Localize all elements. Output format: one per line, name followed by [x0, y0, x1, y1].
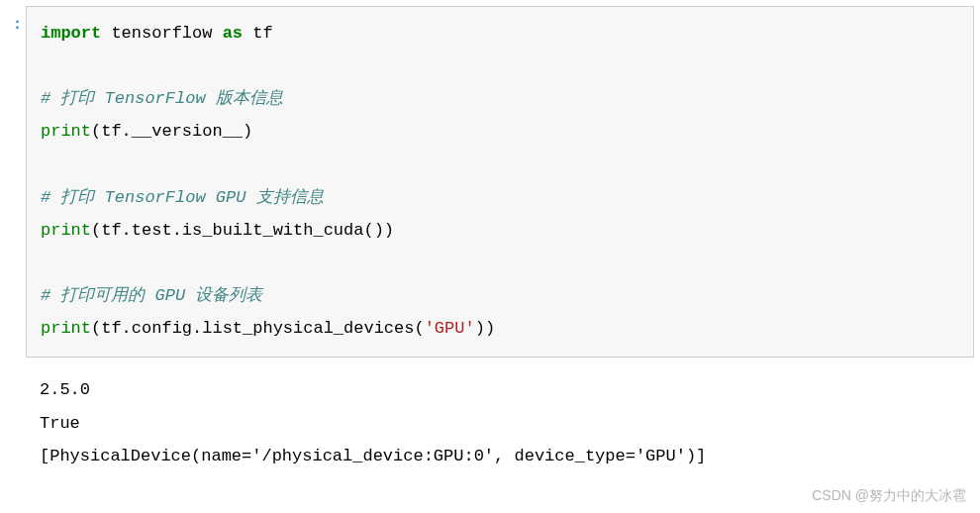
- alias-name: tf: [243, 24, 273, 43]
- output-prompt: [0, 369, 22, 475]
- cell-output: 2.5.0 True [PhysicalDevice(name='/physic…: [26, 369, 974, 475]
- output-line: True: [40, 414, 80, 433]
- output-line: 2.5.0: [40, 380, 90, 399]
- code-text: (tf.__version__): [91, 122, 252, 141]
- output-cell: 2.5.0 True [PhysicalDevice(name='/physic…: [0, 369, 980, 475]
- input-prompt: :: [0, 6, 22, 358]
- code-text: (tf.test.is_built_with_cuda()): [91, 221, 394, 240]
- code-text: (tf.config.list_physical_devices(: [91, 319, 425, 338]
- keyword-as: as: [223, 24, 243, 43]
- code-editor[interactable]: import tensorflow as tf # 打印 TensorFlow …: [26, 6, 974, 358]
- comment-line: # 打印 TensorFlow 版本信息: [41, 89, 283, 108]
- watermark-text: CSDN @努力中的大冰雹: [812, 487, 966, 505]
- code-cell: : import tensorflow as tf # 打印 TensorFlo…: [0, 0, 980, 358]
- code-text: )): [475, 319, 495, 338]
- comment-line: # 打印 TensorFlow GPU 支持信息: [41, 188, 324, 207]
- keyword-import: import: [41, 24, 101, 43]
- builtin-print: print: [41, 319, 91, 338]
- string-literal: 'GPU': [425, 319, 475, 338]
- comment-line: # 打印可用的 GPU 设备列表: [41, 286, 262, 305]
- builtin-print: print: [41, 221, 91, 240]
- prompt-colon: :: [13, 15, 22, 33]
- builtin-print: print: [41, 122, 91, 141]
- module-name: tensorflow: [101, 24, 222, 43]
- output-line: [PhysicalDevice(name='/physical_device:G…: [40, 447, 706, 465]
